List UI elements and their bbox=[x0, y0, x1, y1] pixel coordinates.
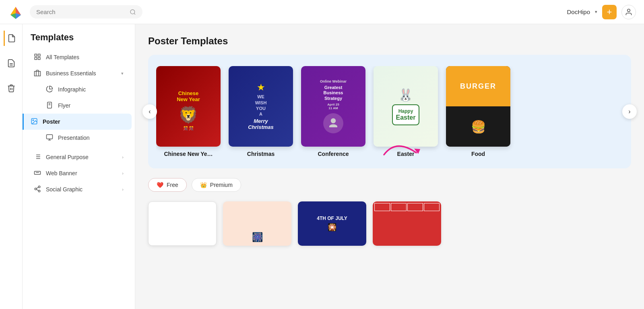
filter-row: ❤️ Free 👑 Premium bbox=[148, 178, 631, 192]
search-icon bbox=[130, 9, 136, 15]
presentation-icon bbox=[46, 134, 54, 142]
sidebar-label-poster: Poster bbox=[43, 118, 124, 125]
bottom-cards-row: 🎆 4TH OF JULY 🎇 bbox=[148, 201, 631, 246]
card-image-food: BURGER 🍔 bbox=[446, 66, 510, 147]
arrow-annotation bbox=[380, 135, 428, 160]
carousel-card-food[interactable]: BURGER 🍔 Food bbox=[446, 66, 510, 157]
social-icon bbox=[34, 185, 42, 193]
sidebar-label-presentation: Presentation bbox=[58, 135, 124, 141]
carousel-card-christmas[interactable]: ★ WEWISHYOUA MerryChristmas Christmas bbox=[229, 66, 293, 157]
card-image-christmas: ★ WEWISHYOUA MerryChristmas bbox=[229, 66, 293, 147]
sidebar-title: Templates bbox=[23, 32, 135, 49]
svg-point-27 bbox=[38, 186, 40, 188]
sidebar: Templates All Templates Business Essenti… bbox=[23, 24, 135, 309]
banner-icon bbox=[34, 169, 42, 177]
sidebar-item-infographic[interactable]: Infographic bbox=[26, 81, 132, 97]
sidebar-label-web-banner: Web Banner bbox=[46, 170, 118, 176]
bottom-card-1[interactable] bbox=[148, 201, 217, 246]
search-input[interactable] bbox=[36, 8, 126, 15]
svg-rect-16 bbox=[47, 135, 53, 139]
rail-icon-document[interactable] bbox=[4, 31, 19, 46]
svg-line-2 bbox=[134, 13, 135, 15]
chevron-right-icon-general: › bbox=[122, 155, 124, 160]
main-content: Poster Templates ‹ ChineseNew Year 🦁 🎊 🎊… bbox=[135, 24, 644, 309]
svg-point-1 bbox=[130, 10, 135, 14]
svg-point-15 bbox=[33, 120, 33, 120]
icon-rail bbox=[0, 24, 23, 309]
svg-point-3 bbox=[627, 9, 630, 12]
chevron-down-icon: ▾ bbox=[121, 71, 124, 76]
card-label-food: Food bbox=[471, 151, 485, 157]
sidebar-item-flyer[interactable]: Flyer bbox=[26, 97, 132, 114]
svg-rect-9 bbox=[38, 58, 40, 60]
svg-point-28 bbox=[35, 188, 37, 190]
chevron-right-icon-web: › bbox=[122, 171, 124, 176]
chevron-right-icon-social: › bbox=[122, 187, 124, 192]
svg-point-29 bbox=[38, 190, 40, 192]
sidebar-label-all-templates: All Templates bbox=[46, 54, 124, 60]
svg-rect-6 bbox=[35, 54, 37, 56]
filter-premium-label: Premium bbox=[210, 182, 233, 188]
dropdown-caret[interactable]: ▾ bbox=[595, 9, 597, 15]
sidebar-item-social-graphic[interactable]: Social Graphic › bbox=[26, 181, 132, 197]
card-label-chinese: Chinese New Ye… bbox=[164, 151, 213, 157]
card-label-conference: Conference bbox=[318, 151, 349, 157]
sidebar-item-poster[interactable]: Poster bbox=[23, 114, 132, 130]
grid-icon bbox=[34, 53, 42, 61]
sidebar-label-social-graphic: Social Graphic bbox=[46, 186, 118, 193]
flyer-icon bbox=[46, 102, 54, 110]
sidebar-label-general-purpose: General Purpose bbox=[46, 154, 118, 160]
crown-icon: 👑 bbox=[200, 182, 207, 188]
filter-premium-button[interactable]: 👑 Premium bbox=[192, 178, 241, 192]
topnav-right: DocHipo ▾ + bbox=[567, 5, 636, 19]
heart-icon: ❤️ bbox=[157, 182, 163, 188]
building-icon bbox=[34, 69, 42, 77]
list-icon bbox=[34, 153, 42, 161]
svg-line-30 bbox=[36, 189, 38, 191]
card-content-christmas: ★ WEWISHYOUA MerryChristmas bbox=[245, 79, 277, 133]
carousel-next-button[interactable]: › bbox=[622, 104, 637, 119]
carousel-prev-button[interactable]: ‹ bbox=[142, 104, 157, 119]
card-image-conference: Online Webinar GreatestBusinessStrategy … bbox=[301, 66, 365, 147]
sidebar-item-business-essentials[interactable]: Business Essentials ▾ bbox=[26, 65, 132, 81]
app-logo[interactable] bbox=[8, 4, 23, 20]
sidebar-item-presentation[interactable]: Presentation bbox=[26, 130, 132, 146]
search-bar[interactable] bbox=[30, 5, 142, 19]
sidebar-item-all-templates[interactable]: All Templates bbox=[26, 49, 132, 65]
sidebar-item-web-banner[interactable]: Web Banner › bbox=[26, 165, 132, 181]
main-layout: Templates All Templates Business Essenti… bbox=[0, 24, 644, 309]
bottom-card-2[interactable]: 🎆 bbox=[223, 201, 291, 246]
svg-line-31 bbox=[36, 187, 38, 189]
brand-name: DocHipo bbox=[567, 8, 590, 15]
filter-free-label: Free bbox=[167, 182, 178, 188]
filter-free-button[interactable]: ❤️ Free bbox=[148, 178, 187, 192]
carousel-card-chinese-new-year[interactable]: ChineseNew Year 🦁 🎊 🎊 Chinese New Ye… bbox=[156, 66, 221, 157]
rail-icon-trash[interactable] bbox=[4, 81, 19, 96]
top-navigation: DocHipo ▾ + bbox=[0, 0, 644, 24]
rail-icon-text[interactable] bbox=[4, 56, 19, 71]
svg-rect-8 bbox=[35, 58, 37, 60]
sidebar-item-general-purpose[interactable]: General Purpose › bbox=[26, 149, 132, 165]
card-image-chinese: ChineseNew Year 🦁 🎊 🎊 bbox=[156, 66, 221, 147]
sidebar-label-business-essentials: Business Essentials bbox=[46, 70, 117, 77]
card-content-chinese: ChineseNew Year 🦁 🎊 🎊 bbox=[173, 79, 203, 134]
page-title: Poster Templates bbox=[148, 35, 631, 47]
card-content-conference: Online Webinar GreatestBusinessStrategy … bbox=[316, 75, 351, 137]
carousel-section: ‹ ChineseNew Year 🦁 🎊 🎊 Chinese New Ye… bbox=[148, 55, 631, 168]
poster-icon bbox=[31, 118, 39, 126]
create-new-button[interactable]: + bbox=[602, 5, 617, 19]
bottom-card-4[interactable] bbox=[373, 201, 441, 246]
svg-rect-7 bbox=[38, 54, 40, 56]
bottom-card-3[interactable]: 4TH OF JULY 🎇 bbox=[298, 201, 366, 246]
pie-chart-icon bbox=[46, 85, 54, 93]
carousel-card-conference[interactable]: Online Webinar GreatestBusinessStrategy … bbox=[301, 66, 365, 157]
sidebar-label-flyer: Flyer bbox=[58, 102, 124, 109]
sidebar-label-infographic: Infographic bbox=[58, 86, 124, 93]
user-avatar[interactable] bbox=[621, 5, 636, 19]
card-label-christmas: Christmas bbox=[247, 151, 275, 157]
svg-rect-10 bbox=[35, 71, 41, 76]
